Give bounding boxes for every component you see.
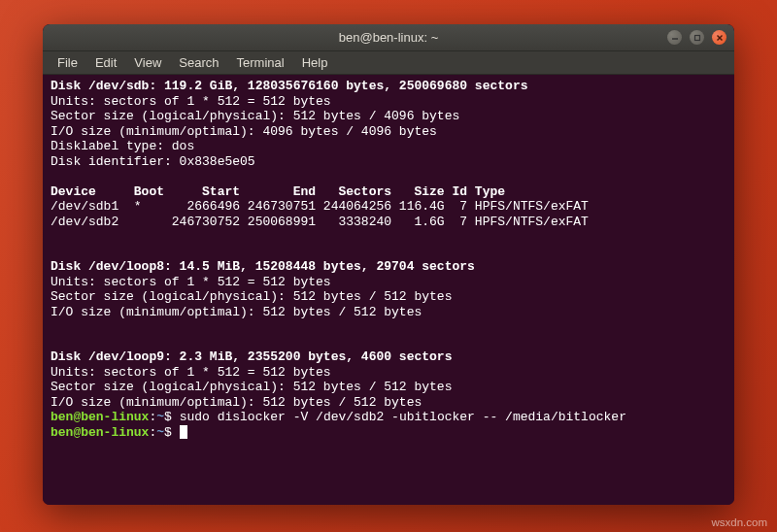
- terminal-content[interactable]: Disk /dev/sdb: 119.2 GiB, 128035676160 b…: [43, 75, 734, 505]
- menu-terminal[interactable]: Terminal: [228, 52, 293, 73]
- prompt-user-host: ben@ben-linux: [51, 425, 149, 440]
- disk-sdb-header: Disk /dev/sdb: 119.2 GiB, 128035676160 b…: [51, 79, 527, 93]
- minimize-button[interactable]: [667, 30, 682, 45]
- menu-file[interactable]: File: [49, 52, 86, 73]
- sector-size-line: Sector size (logical/physical): 512 byte…: [51, 289, 452, 304]
- menubar: File Edit View Search Terminal Help: [43, 51, 734, 75]
- maximize-button[interactable]: [690, 30, 704, 45]
- disk-id-line: Disk identifier: 0x838e5e05: [51, 154, 255, 169]
- menu-view[interactable]: View: [125, 52, 170, 73]
- menu-edit[interactable]: Edit: [86, 52, 125, 73]
- prompt-user-host: ben@ben-linux: [51, 410, 149, 424]
- partition-table-header: Device Boot Start End Sectors Size Id Ty…: [51, 184, 505, 199]
- sector-size-line: Sector size (logical/physical): 512 byte…: [51, 109, 459, 123]
- close-button[interactable]: [712, 30, 726, 45]
- terminal-window: ben@ben-linux: ~ File Edit View Search T…: [43, 24, 734, 505]
- prompt-dollar: $: [164, 410, 180, 424]
- command-text: sudo dislocker -V /dev/sdb2 -ubitlocker …: [180, 410, 626, 424]
- disk-loop8-header: Disk /dev/loop8: 14.5 MiB, 15208448 byte…: [51, 259, 475, 274]
- units-line: Units: sectors of 1 * 512 = 512 bytes: [51, 94, 331, 109]
- prompt-path: ~: [156, 410, 164, 424]
- watermark: wsxdn.com: [711, 516, 767, 528]
- prompt-path: ~: [156, 425, 164, 440]
- table-row: /dev/sdb2 246730752 250068991 3338240 1.…: [51, 215, 589, 229]
- window-controls: [667, 30, 726, 45]
- units-line: Units: sectors of 1 * 512 = 512 bytes: [51, 275, 331, 289]
- titlebar[interactable]: ben@ben-linux: ~: [43, 24, 734, 51]
- menu-search[interactable]: Search: [170, 52, 227, 73]
- disk-loop9-header: Disk /dev/loop9: 2.3 MiB, 2355200 bytes,…: [51, 349, 452, 364]
- io-size-line: I/O size (minimum/optimal): 4096 bytes /…: [51, 124, 437, 139]
- sector-size-line: Sector size (logical/physical): 512 byte…: [51, 380, 452, 394]
- disklabel-line: Disklabel type: dos: [51, 139, 194, 153]
- io-size-line: I/O size (minimum/optimal): 512 bytes / …: [51, 395, 422, 410]
- window-title: ben@ben-linux: ~: [43, 30, 734, 45]
- units-line: Units: sectors of 1 * 512 = 512 bytes: [51, 365, 331, 380]
- svg-rect-1: [694, 35, 699, 40]
- table-row: /dev/sdb1 * 2666496 246730751 244064256 …: [51, 199, 589, 214]
- prompt-dollar: $: [164, 425, 180, 440]
- cursor-icon: [180, 425, 187, 439]
- io-size-line: I/O size (minimum/optimal): 512 bytes / …: [51, 305, 422, 319]
- menu-help[interactable]: Help: [293, 52, 337, 73]
